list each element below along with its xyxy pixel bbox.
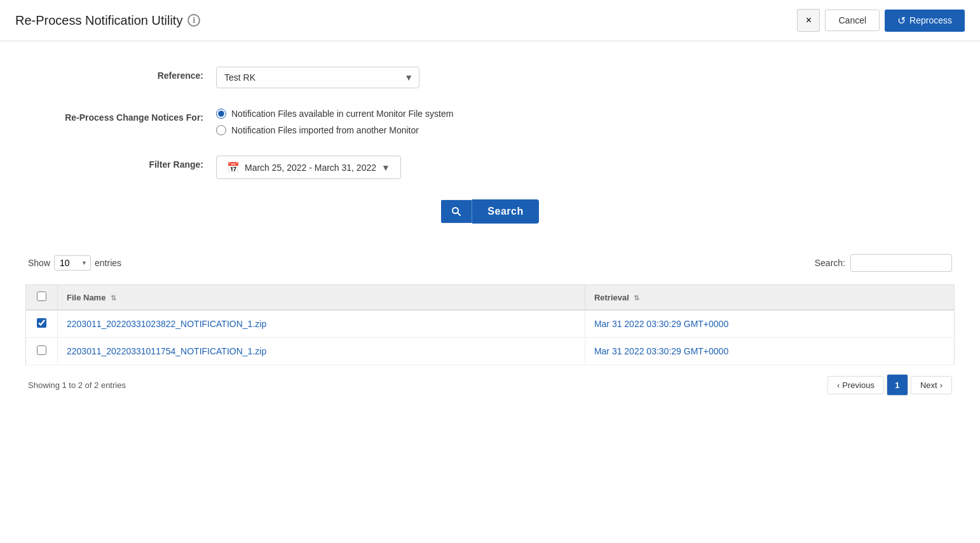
page-number-1[interactable]: 1 xyxy=(887,374,908,396)
calendar-icon: 📅 xyxy=(227,161,240,173)
filter-range-wrapper: 📅 March 25, 2022 - March 31, 2022 ▼ xyxy=(216,156,401,179)
entries-label: entries xyxy=(95,258,121,268)
header: Re-Process Notification Utility ℹ × Canc… xyxy=(0,0,980,41)
select-all-checkbox[interactable] xyxy=(37,292,46,301)
reference-control: Test RK ▼ xyxy=(216,67,470,88)
table-row: 2203011_20220331023822_NOTIFICATION_1.zi… xyxy=(26,310,955,338)
th-filename-label: File Name xyxy=(67,293,105,302)
search-label: Search xyxy=(472,199,538,224)
reprocess-notices-row: Re-Process Change Notices For: Notificat… xyxy=(38,109,942,135)
row-retrieval-1: Mar 31 2022 03:30:29 GMT+0000 xyxy=(585,338,954,365)
search-button[interactable]: Search xyxy=(441,199,538,224)
svg-line-1 xyxy=(458,213,460,215)
th-checkbox xyxy=(26,285,58,311)
radio-current-label: Notification Files available in current … xyxy=(231,109,453,119)
main-content: Reference: Test RK ▼ Re-Process Change N… xyxy=(0,41,980,425)
data-table: File Name ⇅ Retrieval ⇅ 2203011_20220331… xyxy=(25,285,955,365)
table-search: Search: xyxy=(815,254,952,272)
radio-group: Notification Files available in current … xyxy=(216,109,470,135)
radio-imported-label: Notification Files imported from another… xyxy=(231,125,419,135)
table-search-label: Search: xyxy=(815,258,845,268)
previous-button[interactable]: ‹ Previous xyxy=(827,376,884,394)
row-checkbox-0[interactable] xyxy=(37,318,46,328)
table-search-input[interactable] xyxy=(850,254,952,272)
table-header-row: File Name ⇅ Retrieval ⇅ xyxy=(26,285,955,311)
show-entries: Show 10 25 50 100 entries xyxy=(28,255,121,271)
close-icon: × xyxy=(806,15,812,26)
reference-select[interactable]: Test RK xyxy=(216,67,419,88)
radio-option-imported[interactable]: Notification Files imported from another… xyxy=(216,125,470,135)
th-retrieval-label: Retrieval xyxy=(594,293,629,302)
row-filename-0: 2203011_20220331023822_NOTIFICATION_1.zi… xyxy=(58,310,585,338)
row-retrieval-0: Mar 31 2022 03:30:29 GMT+0000 xyxy=(585,310,954,338)
filter-range-arrow: ▼ xyxy=(381,163,390,173)
show-label: Show xyxy=(28,258,50,268)
show-entries-select[interactable]: 10 25 50 100 xyxy=(54,255,91,271)
table-body: 2203011_20220331023822_NOTIFICATION_1.zi… xyxy=(26,310,955,365)
reference-select-wrapper: Test RK ▼ xyxy=(216,67,419,88)
reprocess-button[interactable]: ↺ Reprocess xyxy=(885,10,965,32)
filter-range-row: Filter Range: 📅 March 25, 2022 - March 3… xyxy=(38,156,942,179)
next-label: Next xyxy=(920,380,937,390)
th-retrieval: Retrieval ⇅ xyxy=(585,285,954,311)
filter-range-value: March 25, 2022 - March 31, 2022 xyxy=(245,163,376,173)
filename-sort-icon[interactable]: ⇅ xyxy=(111,294,116,302)
cancel-button[interactable]: Cancel xyxy=(825,10,880,31)
row-checkbox-1[interactable] xyxy=(37,345,46,355)
next-chevron-icon: › xyxy=(940,380,943,390)
table-controls: Show 10 25 50 100 entries Search: xyxy=(25,249,955,277)
table-row: 2203011_20220331011754_NOTIFICATION_1.zi… xyxy=(26,338,955,365)
pagination-row: Showing 1 to 2 of 2 entries ‹ Previous 1… xyxy=(25,365,955,399)
reprocess-notices-control: Notification Files available in current … xyxy=(216,109,470,135)
reprocess-notices-label: Re-Process Change Notices For: xyxy=(38,109,216,123)
th-filename: File Name ⇅ xyxy=(58,285,585,311)
retrieval-sort-icon[interactable]: ⇅ xyxy=(634,294,639,302)
info-icon[interactable]: ℹ xyxy=(187,14,200,27)
row-filename-1: 2203011_20220331011754_NOTIFICATION_1.zi… xyxy=(58,338,585,365)
reference-label: Reference: xyxy=(38,67,216,81)
radio-imported-monitor[interactable] xyxy=(216,125,226,135)
radio-option-current[interactable]: Notification Files available in current … xyxy=(216,109,470,119)
search-icon xyxy=(441,200,472,223)
title-text: Re-Process Notification Utility xyxy=(15,13,182,28)
page-title: Re-Process Notification Utility ℹ xyxy=(15,13,200,28)
next-button[interactable]: Next › xyxy=(911,376,952,394)
header-actions: × Cancel ↺ Reprocess xyxy=(797,9,965,32)
showing-text: Showing 1 to 2 of 2 entries xyxy=(28,380,126,390)
table-section: Show 10 25 50 100 entries Search: xyxy=(25,249,955,399)
previous-chevron-icon: ‹ xyxy=(837,380,840,390)
previous-label: Previous xyxy=(842,380,875,390)
row-checkbox-cell xyxy=(26,310,58,338)
search-btn-row: Search xyxy=(38,199,942,224)
filter-range-label: Filter Range: xyxy=(38,156,216,170)
show-entries-wrapper: 10 25 50 100 xyxy=(54,255,91,271)
row-checkbox-cell xyxy=(26,338,58,365)
reference-row: Reference: Test RK ▼ xyxy=(38,67,942,88)
reprocess-label: Reprocess xyxy=(909,15,952,25)
filter-range-control: 📅 March 25, 2022 - March 31, 2022 ▼ xyxy=(216,156,470,179)
close-button[interactable]: × xyxy=(797,9,820,32)
reprocess-refresh-icon: ↺ xyxy=(897,15,906,27)
radio-current-monitor[interactable] xyxy=(216,109,226,119)
pagination-controls: ‹ Previous 1 Next › xyxy=(827,374,952,396)
filter-range-button[interactable]: 📅 March 25, 2022 - March 31, 2022 ▼ xyxy=(216,156,401,179)
